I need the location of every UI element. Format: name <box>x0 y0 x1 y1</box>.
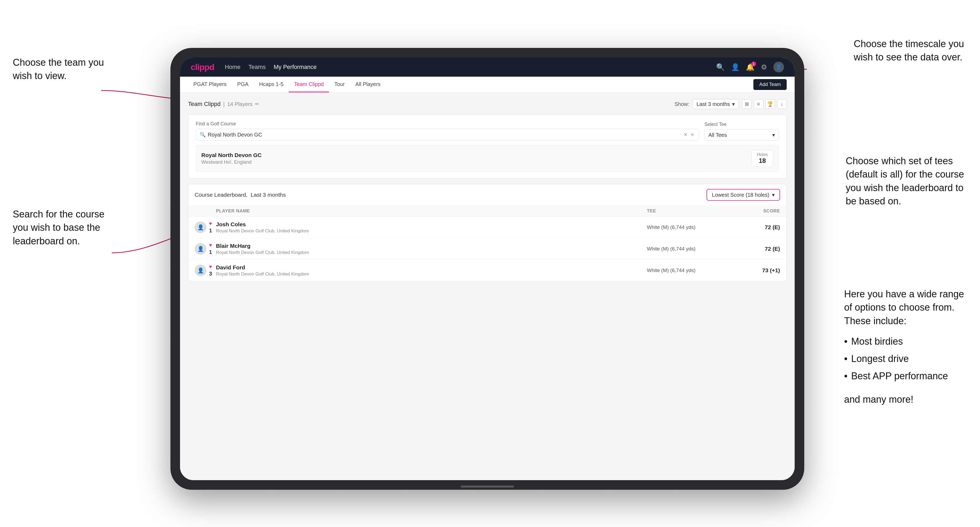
team-title: Team Clippd | 14 Players ✏ <box>188 101 259 108</box>
table-row[interactable]: 👤 ♥ 3 David Ford Royal North Devon Golf … <box>188 260 786 281</box>
sub-nav: PGAT Players PGA Hcaps 1-5 Team Clippd T… <box>180 77 795 93</box>
holes-box: Holes 18 <box>751 150 773 167</box>
avatar-josh: 👤 <box>195 221 206 233</box>
holes-label: Holes <box>757 152 768 157</box>
search-icon-small: 🔍 <box>200 132 205 138</box>
settings-icon[interactable]: ⚙ <box>761 63 767 71</box>
table-row[interactable]: 👤 ♥ 1 Josh Coles Royal North Devon Golf … <box>188 217 786 238</box>
list-view-button[interactable]: ≡ <box>754 99 763 109</box>
rank-heart-3: ♥ 3 <box>209 264 212 277</box>
player-info-blair: Blair McHarg Royal North Devon Golf Club… <box>216 243 647 255</box>
annotation-mid-right: Choose which set of tees (default is all… <box>846 154 964 208</box>
avatar-david: 👤 <box>195 265 206 276</box>
subnav-team-clippd[interactable]: Team Clippd <box>289 77 329 92</box>
player-rank-2: 👤 ♥ 1 <box>195 243 216 255</box>
nav-my-performance[interactable]: My Performance <box>274 63 317 71</box>
player-rank-1: 👤 ♥ 1 <box>195 221 216 234</box>
leaderboard-table-header: PLAYER NAME TEE SCORE <box>188 206 786 217</box>
show-dropdown[interactable]: Last 3 months ▾ <box>692 99 739 109</box>
ipad-frame: clippd Home Teams My Performance 🔍 👤 🔔 1… <box>170 48 804 490</box>
subnav-all-players[interactable]: All Players <box>350 77 386 92</box>
navbar-links: Home Teams My Performance <box>225 63 317 71</box>
course-result[interactable]: Royal North Devon GC Westward Ho!, Engla… <box>196 145 779 172</box>
annotation-top-left: Choose the team you wish to view. <box>13 56 104 83</box>
search-icon[interactable]: 🔍 <box>716 63 725 71</box>
course-result-location: Westward Ho!, England <box>201 159 261 165</box>
nav-teams[interactable]: Teams <box>248 63 266 71</box>
table-row[interactable]: 👤 ♥ 1 Blair McHarg Royal North Devon Gol… <box>188 238 786 260</box>
show-controls: Show: Last 3 months ▾ ⊞ ≡ 🏆 ↓ <box>675 99 787 109</box>
tee-info-david: White (M) (6,744 yds) <box>647 268 727 273</box>
navbar-logo: clippd <box>191 62 214 72</box>
find-course-label: Find a Golf Course <box>196 121 699 127</box>
tee-dropdown[interactable]: All Tees ▾ <box>704 129 779 141</box>
leaderboard-header: Course Leaderboard, Last 3 months Lowest… <box>188 184 786 206</box>
col-score: SCORE <box>727 208 780 214</box>
avatar-blair: 👤 <box>195 243 206 255</box>
col-tee: TEE <box>647 208 727 214</box>
bell-icon[interactable]: 🔔 1 <box>746 63 754 71</box>
add-team-button[interactable]: Add Team <box>753 79 787 90</box>
people-icon[interactable]: 👤 <box>731 63 740 71</box>
tee-info-blair: White (M) (6,744 yds) <box>647 246 727 252</box>
view-icons: ⊞ ≡ 🏆 ↓ <box>742 99 787 109</box>
avatar[interactable]: 👤 <box>773 62 784 72</box>
score-josh: 72 (E) <box>727 224 780 230</box>
favorite-icon[interactable]: ★ <box>690 131 695 138</box>
search-input-wrap: 🔍 ✕ ★ <box>196 129 699 141</box>
annotation-lower-right: Here you have a wide range of options to… <box>844 287 964 406</box>
rank-heart-1: ♥ 1 <box>209 221 212 234</box>
tee-info-josh: White (M) (6,744 yds) <box>647 224 727 230</box>
score-dropdown[interactable]: Lowest Score (18 holes) ▾ <box>706 189 780 201</box>
tee-chevron-icon: ▾ <box>772 132 775 138</box>
option-birdies: Most birdies <box>844 333 964 350</box>
player-info-david: David Ford Royal North Devon Golf Club, … <box>216 264 647 277</box>
option-drive: Longest drive <box>844 350 964 368</box>
download-button[interactable]: ↓ <box>777 99 787 109</box>
grid-view-button[interactable]: ⊞ <box>742 99 751 109</box>
subnav-hcaps[interactable]: Hcaps 1-5 <box>254 77 289 92</box>
search-row: Find a Golf Course 🔍 ✕ ★ Select Tee All … <box>196 121 779 141</box>
heart-icon-1: ♥ <box>209 221 212 227</box>
ipad-home-bar <box>461 486 514 487</box>
holes-value: 18 <box>757 157 768 165</box>
col-player-name: PLAYER NAME <box>216 208 647 214</box>
leaderboard-title: Course Leaderboard, Last 3 months <box>195 192 286 198</box>
tee-label: Select Tee <box>704 122 779 127</box>
subnav-pga[interactable]: PGA <box>232 77 254 92</box>
trophy-view-button[interactable]: 🏆 <box>765 99 775 109</box>
nav-home[interactable]: Home <box>225 63 240 71</box>
score-blair: 72 (E) <box>727 246 780 252</box>
navbar-icons: 🔍 👤 🔔 1 ⚙ 👤 <box>716 62 784 72</box>
annotation-top-right: Choose the timescale you wish to see the… <box>854 37 964 64</box>
course-search-box: Find a Golf Course 🔍 ✕ ★ Select Tee All … <box>188 114 787 179</box>
clear-search-button[interactable]: ✕ <box>684 132 687 138</box>
heart-icon-2: ♥ <box>209 243 212 248</box>
player-rank-3: 👤 ♥ 3 <box>195 264 216 277</box>
course-search-input[interactable] <box>208 132 681 138</box>
leaderboard-section: Course Leaderboard, Last 3 months Lowest… <box>188 184 787 281</box>
course-result-info: Royal North Devon GC Westward Ho!, Engla… <box>201 152 261 165</box>
player-info-josh: Josh Coles Royal North Devon Golf Club, … <box>216 221 647 234</box>
rank-heart-2: ♥ 1 <box>209 243 212 255</box>
score-david: 73 (+1) <box>727 267 780 274</box>
course-result-name: Royal North Devon GC <box>201 152 261 158</box>
course-search-field: Find a Golf Course 🔍 ✕ ★ <box>196 121 699 141</box>
score-chevron-icon: ▾ <box>772 192 775 198</box>
chevron-down-icon: ▾ <box>732 101 735 107</box>
tee-select-field: Select Tee All Tees ▾ <box>704 122 779 141</box>
notification-badge: 1 <box>751 62 756 66</box>
annotation-bottom-left: Search for the course you wish to base t… <box>13 208 104 248</box>
and-more-text: and many more! <box>844 393 964 406</box>
team-header: Team Clippd | 14 Players ✏ Show: Last 3 … <box>188 99 787 109</box>
heart-icon-3: ♥ <box>209 264 212 270</box>
main-content: Team Clippd | 14 Players ✏ Show: Last 3 … <box>180 93 795 480</box>
ipad-screen: clippd Home Teams My Performance 🔍 👤 🔔 1… <box>180 57 795 480</box>
col-player <box>195 208 216 214</box>
option-app: Best APP performance <box>844 368 964 385</box>
edit-icon[interactable]: ✏ <box>255 101 259 107</box>
navbar: clippd Home Teams My Performance 🔍 👤 🔔 1… <box>180 57 795 77</box>
subnav-tour[interactable]: Tour <box>329 77 350 92</box>
options-list: Most birdies Longest drive Best APP perf… <box>844 333 964 384</box>
subnav-pgat[interactable]: PGAT Players <box>188 77 232 92</box>
